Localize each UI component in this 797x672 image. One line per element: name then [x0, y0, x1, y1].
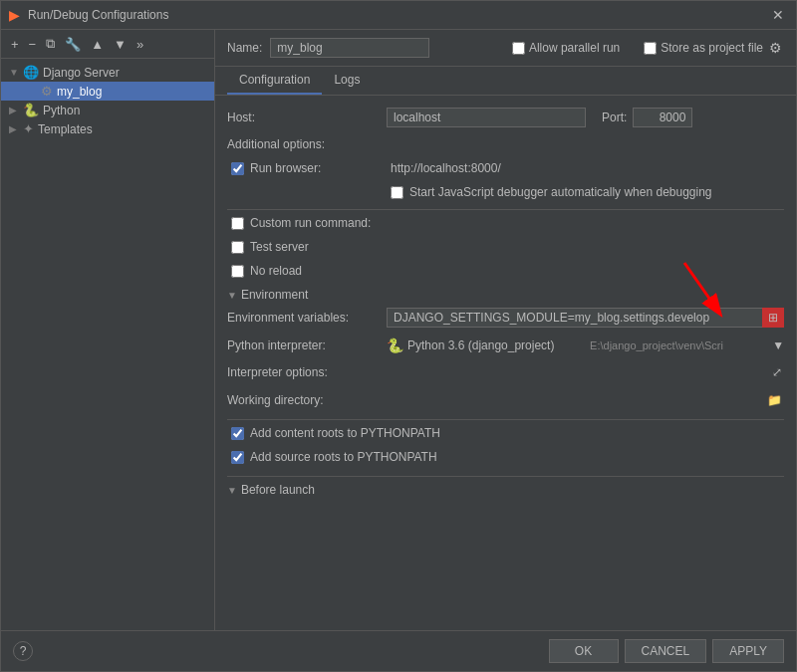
- add-content-roots-label: Add content roots to PYTHONPATH: [250, 426, 440, 440]
- port-label: Port:: [602, 111, 627, 124]
- add-source-roots-label: Add source roots to PYTHONPATH: [250, 450, 437, 464]
- django-server-label: Django Server: [43, 66, 120, 80]
- js-debugger-row: Start JavaScript debugger automatically …: [391, 185, 784, 199]
- interpreter-options-label: Interpreter options:: [227, 365, 387, 379]
- interpreter-options-row: Interpreter options: ⤢: [227, 363, 784, 381]
- tab-logs[interactable]: Logs: [322, 67, 372, 95]
- bottom-bar: ? OK CANCEL APPLY: [1, 630, 796, 671]
- test-server-label: Test server: [250, 240, 309, 254]
- python-icon: 🐍: [23, 103, 39, 117]
- close-button[interactable]: ✕: [768, 7, 788, 23]
- templates-arrow: ▶: [9, 123, 21, 134]
- run-browser-label: Run browser:: [250, 161, 321, 175]
- right-panel: Name: Allow parallel run Store as projec…: [215, 30, 796, 630]
- js-debugger-field: Start JavaScript debugger automatically …: [391, 185, 712, 199]
- run-browser-checkbox[interactable]: [231, 162, 244, 175]
- custom-run-field: Custom run command:: [231, 216, 371, 230]
- tabs-bar: Configuration Logs: [215, 67, 796, 96]
- add-content-roots-field: Add content roots to PYTHONPATH: [231, 426, 440, 440]
- python-interpreter-row: Python interpreter: 🐍 Python 3.6 (django…: [227, 337, 784, 353]
- add-config-button[interactable]: +: [7, 35, 23, 54]
- custom-run-row: Custom run command:: [231, 216, 784, 230]
- env-variables-input[interactable]: [387, 308, 784, 328]
- add-source-roots-checkbox[interactable]: [231, 451, 244, 464]
- apply-button[interactable]: APPLY: [712, 639, 784, 663]
- wrench-button[interactable]: 🔧: [61, 35, 85, 54]
- no-reload-field: No reload: [231, 264, 302, 278]
- env-variables-row: Environment variables: ⊞: [227, 308, 784, 328]
- cancel-button[interactable]: CANCEL: [625, 639, 707, 663]
- before-launch-arrow: ▼: [227, 485, 237, 496]
- allow-parallel-checkbox[interactable]: [512, 42, 525, 55]
- add-source-roots-field: Add source roots to PYTHONPATH: [231, 450, 437, 464]
- config-panel: Host: Port: Additional options: Run brow…: [215, 96, 796, 630]
- run-debug-dialog: ▶ Run/Debug Configurations ✕ + − ⧉ 🔧 ▲ ▼…: [0, 0, 797, 672]
- no-reload-label: No reload: [250, 264, 302, 278]
- move-down-button[interactable]: ▼: [110, 35, 131, 54]
- js-debugger-checkbox[interactable]: [391, 186, 403, 199]
- sidebar-item-my-blog[interactable]: ⚙ my_blog: [1, 82, 214, 101]
- copy-config-button[interactable]: ⧉: [42, 34, 59, 54]
- name-label: Name:: [227, 41, 262, 55]
- dialog-title: Run/Debug Configurations: [28, 8, 760, 22]
- ok-button[interactable]: OK: [549, 639, 619, 663]
- test-server-field: Test server: [231, 240, 309, 254]
- js-debugger-label: Start JavaScript debugger automatically …: [409, 185, 712, 199]
- sidebar-item-python[interactable]: ▶ 🐍 Python: [1, 101, 214, 119]
- custom-run-checkbox[interactable]: [231, 217, 244, 230]
- interpreter-options-expand-button[interactable]: ⤢: [770, 363, 784, 381]
- env-expand-icon: ▼: [227, 290, 237, 301]
- store-gear-button[interactable]: ⚙: [767, 38, 784, 58]
- interpreter-dropdown-button[interactable]: ▼: [772, 338, 784, 352]
- run-icon: ▶: [9, 7, 20, 23]
- working-dir-browse-button[interactable]: 📁: [765, 391, 784, 409]
- allow-parallel-label: Allow parallel run: [529, 41, 620, 55]
- env-input-wrap: ⊞: [387, 308, 784, 328]
- interpreter-name: Python 3.6 (django_project): [407, 338, 586, 352]
- help-button[interactable]: ?: [13, 641, 33, 661]
- sidebar-item-templates[interactable]: ▶ ✦ Templates: [1, 119, 214, 138]
- name-input[interactable]: [270, 38, 429, 58]
- run-browser-field: Run browser:: [231, 161, 391, 175]
- test-server-row: Test server: [231, 240, 784, 254]
- allow-parallel-row: Allow parallel run: [512, 41, 620, 55]
- tab-configuration[interactable]: Configuration: [227, 67, 322, 95]
- interpreter-wrap: 🐍 Python 3.6 (django_project) E:\django_…: [387, 337, 784, 353]
- titlebar: ▶ Run/Debug Configurations ✕: [1, 1, 796, 30]
- leaf-arrow: [27, 86, 39, 97]
- test-server-checkbox[interactable]: [231, 241, 244, 254]
- before-launch-label: Before launch: [241, 483, 315, 497]
- sidebar: + − ⧉ 🔧 ▲ ▼ » ▼ 🌐 Django Server ⚙: [1, 30, 215, 630]
- host-input[interactable]: [387, 108, 586, 127]
- store-as-project-checkbox[interactable]: [644, 42, 657, 55]
- remove-config-button[interactable]: −: [25, 35, 41, 54]
- host-row: Host: Port:: [227, 108, 784, 127]
- run-browser-url: http://localhost:8000/: [391, 161, 501, 175]
- interpreter-path: E:\django_project\venv\Scri: [590, 339, 768, 351]
- main-content: + − ⧉ 🔧 ▲ ▼ » ▼ 🌐 Django Server ⚙: [1, 30, 796, 630]
- django-icon: 🌐: [23, 65, 39, 80]
- add-content-roots-checkbox[interactable]: [231, 427, 244, 440]
- additional-options-label: Additional options:: [227, 137, 387, 151]
- environment-section-header: ▼ Environment: [227, 288, 784, 302]
- store-as-project-row: Store as project file ⚙: [644, 38, 784, 58]
- no-reload-checkbox[interactable]: [231, 265, 244, 278]
- action-buttons: OK CANCEL APPLY: [549, 639, 785, 663]
- store-as-project-label: Store as project file: [661, 41, 763, 55]
- python-interpreter-icon: 🐍: [387, 337, 403, 353]
- port-input[interactable]: [633, 108, 692, 127]
- more-button[interactable]: »: [133, 35, 147, 54]
- working-directory-row: Working directory: 📁: [227, 391, 784, 409]
- move-up-button[interactable]: ▲: [87, 35, 108, 54]
- my-blog-label: my_blog: [57, 85, 102, 99]
- before-launch-section-header: ▼ Before launch: [227, 483, 784, 497]
- no-reload-row: No reload: [231, 264, 784, 278]
- name-bar: Name: Allow parallel run Store as projec…: [215, 30, 796, 67]
- custom-run-label: Custom run command:: [250, 216, 371, 230]
- environment-label: Environment: [241, 288, 308, 302]
- python-arrow: ▶: [9, 105, 21, 115]
- sidebar-tree: ▼ 🌐 Django Server ⚙ my_blog ▶ 🐍 Python: [1, 59, 214, 630]
- env-browse-button[interactable]: ⊞: [762, 308, 784, 328]
- sidebar-item-django-server[interactable]: ▼ 🌐 Django Server: [1, 63, 214, 82]
- python-label: Python: [43, 104, 80, 117]
